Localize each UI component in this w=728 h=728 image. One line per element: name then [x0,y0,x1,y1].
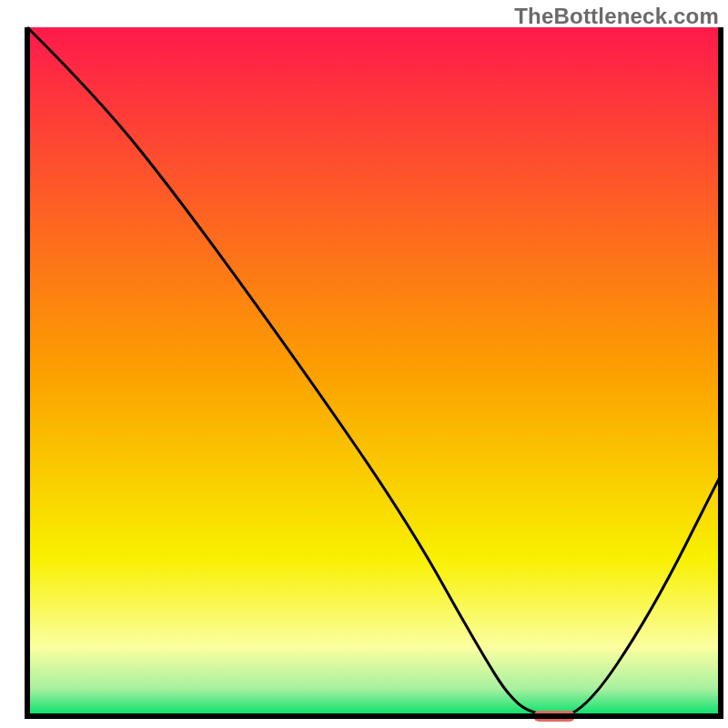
bottleneck-chart [0,0,728,728]
plot-background [27,27,721,716]
watermark-text: TheBottleneck.com [514,4,719,29]
chart-container: TheBottleneck.com [0,0,728,728]
